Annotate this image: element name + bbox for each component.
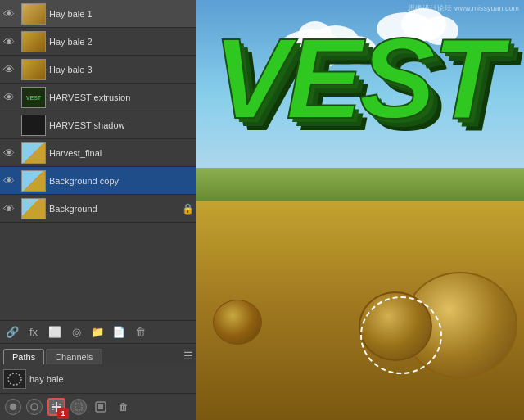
layer-visibility-toggle[interactable]: 👁	[0, 0, 18, 28]
layer-visibility-toggle[interactable]: 👁	[0, 139, 18, 167]
layer-thumbnail	[21, 198, 46, 219]
layer-visibility-toggle[interactable]: 👁	[0, 56, 18, 84]
tab-paths[interactable]: Paths	[3, 349, 44, 364]
paths-content: hay bale	[0, 364, 196, 394]
canvas-area: 思缘设计论坛 www.missyuan.com VEST	[196, 0, 524, 420]
load-path-as-selection-button[interactable]	[70, 399, 87, 415]
path-name: hay bale	[29, 374, 64, 384]
svg-rect-11	[98, 404, 103, 409]
layer-item-background-copy[interactable]: 👁 Background copy	[0, 167, 196, 195]
new-group-icon[interactable]: 📁	[88, 323, 106, 341]
fx-icon[interactable]: fx	[25, 323, 43, 341]
panel-menu-icon[interactable]: ☰	[183, 350, 193, 362]
layers-toolbar: 🔗 fx ⬜ ◎ 📁 📄 🗑	[0, 320, 196, 343]
layer-item-background[interactable]: 👁 Background 🔒	[0, 195, 196, 223]
link-layers-icon[interactable]: 🔗	[3, 323, 21, 341]
vest-text: VEST	[213, 12, 499, 145]
layer-name: HARVEST shadow	[49, 120, 193, 130]
layer-thumbnail	[21, 3, 46, 25]
layers-list: 👁 Hay bale 1 👁 Hay bale 2 👁 Hay bale 3 👁…	[0, 0, 196, 320]
layer-thumbnail	[21, 59, 46, 80]
layer-visibility-toggle[interactable]: 👁	[0, 111, 18, 139]
layer-visibility-toggle[interactable]: 👁	[0, 84, 18, 111]
lock-icon: 🔒	[182, 203, 193, 215]
layer-item[interactable]: 👁 Harvest_final	[0, 139, 196, 167]
layer-item[interactable]: 👁 Hay bale 1	[0, 0, 196, 28]
delete-layer-icon[interactable]: 🗑	[131, 323, 149, 341]
layer-item[interactable]: 👁 Hay bale 3	[0, 56, 196, 84]
new-layer-icon[interactable]: 📄	[110, 323, 128, 341]
path-thumbnail	[3, 369, 26, 389]
add-mask-icon[interactable]: ⬜	[46, 323, 64, 341]
svg-point-2	[31, 404, 38, 410]
badge-1: 1	[57, 408, 69, 419]
selection-outline	[360, 296, 442, 374]
layer-name: Background copy	[49, 176, 193, 186]
fill-path-button[interactable]	[5, 399, 21, 415]
panel-tabs: Paths Channels ☰	[0, 343, 196, 364]
layer-item[interactable]: 👁 VEST HARVEST extrusion	[0, 84, 196, 111]
svg-rect-9	[75, 404, 82, 410]
layer-item[interactable]: 👁 HARVEST shadow	[0, 111, 196, 139]
layer-name: Hay bale 3	[49, 65, 193, 75]
svg-point-1	[10, 404, 16, 410]
paths-toolbar: 1 🗑	[0, 394, 196, 420]
layer-visibility-toggle[interactable]: 👁	[0, 28, 18, 56]
layer-thumbnail	[21, 142, 46, 164]
delete-path-button[interactable]: 🗑	[115, 398, 133, 416]
layer-visibility-toggle[interactable]: 👁	[0, 167, 18, 195]
layer-thumbnail	[21, 31, 46, 52]
layer-name: Hay bale 1	[49, 9, 193, 19]
layer-thumbnail	[21, 115, 46, 136]
stroke-path-button[interactable]	[26, 399, 43, 415]
layer-thumbnail: VEST	[21, 87, 46, 108]
layer-name: Hay bale 2	[49, 37, 193, 47]
layer-name: HARVEST extrusion	[49, 93, 193, 102]
make-work-path-button[interactable]: 1	[47, 398, 66, 416]
layer-name: Background	[49, 204, 182, 214]
layer-visibility-toggle[interactable]: 👁	[0, 195, 18, 223]
layer-thumbnail	[21, 170, 46, 192]
hay-bale-small	[213, 300, 262, 345]
layer-name: Harvest_final	[49, 148, 193, 158]
layer-item[interactable]: 👁 Hay bale 2	[0, 28, 196, 56]
svg-point-0	[8, 373, 21, 385]
horizon-area	[196, 168, 524, 201]
left-panel: 👁 Hay bale 1 👁 Hay bale 2 👁 Hay bale 3 👁…	[0, 0, 196, 420]
add-mask-from-path-button[interactable]	[92, 398, 110, 416]
tab-channels[interactable]: Channels	[46, 349, 102, 364]
adjustment-icon[interactable]: ◎	[67, 323, 85, 341]
